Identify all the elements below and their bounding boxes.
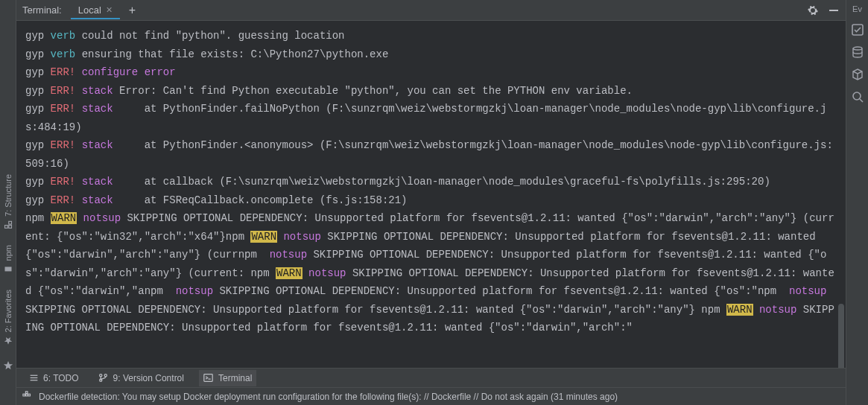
terminal-text: could not find "python". guessing locati… [82, 30, 345, 42]
svg-marker-4 [4, 337, 12, 345]
tabbar-actions [807, 4, 840, 16]
terminal-text: stack [82, 85, 119, 97]
terminal-text: ERR! [51, 194, 82, 206]
terminal-text: gyp [25, 139, 51, 151]
terminal-text: stack [82, 176, 119, 188]
branch-icon [98, 373, 109, 383]
terminal-text: gyp [25, 103, 51, 115]
svg-rect-15 [25, 394, 28, 396]
scrollbar-thumb[interactable] [838, 304, 844, 368]
npm-icon [3, 264, 13, 275]
svg-rect-16 [25, 392, 28, 394]
tab-label: Local [78, 4, 101, 16]
gutter-item-npm[interactable]: npm [1, 240, 15, 278]
terminal-tabbar: Terminal: Local ✕ + [16, 0, 846, 21]
terminal-text: notsup [176, 285, 220, 297]
gutter-star-bottom[interactable] [1, 356, 15, 375]
structure-icon [3, 220, 13, 230]
main-area: Terminal: Local ✕ + gyp verb could not f… [16, 0, 846, 405]
right-tool-gutter: Ev [846, 0, 868, 405]
gutter-label: npm [4, 245, 13, 261]
terminal-text: stack [82, 139, 119, 151]
terminal-text: at callback (F:\sunzrqm\weiz\webstormgzk… [119, 176, 770, 188]
terminal-icon [203, 373, 214, 383]
gear-icon[interactable] [807, 4, 819, 16]
close-icon[interactable]: ✕ [106, 5, 113, 15]
terminal-text: notsup [277, 231, 327, 243]
terminal-text: npm [25, 212, 51, 224]
terminal-text: verb [51, 30, 82, 42]
gutter-label: 7: Structure [4, 174, 13, 217]
status-bar: Dockerfile detection: You may setup Dock… [16, 387, 846, 405]
toolwindow-title: Terminal: [22, 4, 62, 16]
add-tab-button[interactable]: + [123, 2, 142, 19]
bottom-tool-tabs: 6: TODO 9: Version Control Terminal [16, 368, 846, 387]
svg-rect-14 [23, 394, 25, 396]
tab-label: 6: TODO [43, 373, 79, 383]
svg-rect-0 [8, 226, 11, 229]
terminal-text: at FSReqCallback.oncomplete (fs.js:158:2… [119, 194, 407, 206]
terminal-text: ensuring that file exists: C:\Python27\p… [82, 48, 389, 60]
svg-point-19 [853, 47, 862, 50]
terminal-output[interactable]: gyp verb could not find "python". guessi… [16, 21, 846, 368]
tab-terminal[interactable]: Terminal [199, 370, 256, 386]
tab-label: 9: Version Control [113, 373, 184, 383]
tab-todo[interactable]: 6: TODO [24, 370, 83, 386]
svg-rect-3 [4, 267, 11, 272]
tab-local[interactable]: Local ✕ [71, 1, 120, 19]
gutter-item-structure[interactable]: 7: Structure [1, 170, 15, 235]
terminal-text: verb [51, 48, 82, 60]
list-icon [28, 373, 39, 383]
terminal-text: ERR! [51, 85, 82, 97]
db-icon[interactable] [852, 46, 864, 58]
terminal-text: notsup [77, 212, 127, 224]
terminal-text: WARN [276, 267, 302, 279]
svg-rect-17 [28, 394, 31, 396]
status-message[interactable]: Dockerfile detection: You may setup Dock… [39, 392, 618, 402]
cube-icon[interactable] [852, 68, 864, 80]
terminal-text: notsup [789, 285, 833, 297]
terminal-text: gyp [25, 30, 51, 42]
terminal-text: notsup [270, 249, 314, 261]
terminal-text: at PythonFinder.failNoPython (F:\sunzrqm… [25, 103, 826, 133]
search-icon[interactable] [852, 91, 864, 103]
terminal-text: configure error [82, 66, 176, 78]
minimize-icon[interactable] [828, 4, 840, 16]
svg-point-10 [100, 374, 102, 377]
svg-point-20 [853, 92, 861, 100]
svg-rect-2 [8, 222, 11, 225]
svg-line-21 [860, 99, 863, 102]
terminal-text: gyp [25, 48, 51, 60]
terminal-text: ERR! [51, 176, 82, 188]
scrollbar-track[interactable] [838, 21, 844, 368]
left-tool-gutter: 7: Structure npm 2: Favorites [0, 0, 16, 405]
terminal-text: ERR! [51, 66, 82, 78]
ev-label[interactable]: Ev [852, 4, 862, 13]
svg-marker-5 [3, 361, 12, 369]
terminal-text: gyp [25, 194, 51, 206]
terminal-text: notsup [753, 304, 803, 316]
terminal-text: gyp [25, 85, 51, 97]
tab-version-control[interactable]: 9: Version Control [94, 370, 189, 386]
terminal-text: WARN [250, 231, 277, 243]
tab-label: Terminal [218, 373, 252, 383]
star-icon [3, 335, 13, 345]
terminal-text: SKIPPING OPTIONAL DEPENDENCY: Unsupporte… [219, 285, 789, 297]
terminal-text: SKIPPING OPTIONAL DEPENDENCY: Unsupporte… [25, 304, 726, 316]
terminal-text: WARN [51, 212, 77, 224]
svg-rect-1 [4, 226, 7, 229]
terminal-text: notsup [302, 267, 352, 279]
terminal-text: ERR! [51, 139, 82, 151]
gutter-item-favorites[interactable]: 2: Favorites [1, 285, 15, 350]
terminal-text: WARN [726, 304, 753, 316]
terminal-text: gyp [25, 176, 51, 188]
terminal-text: Error: Can't find Python executable "pyt… [119, 85, 633, 97]
terminal-text: stack [82, 194, 119, 206]
terminal-text: at PythonFinder.<anonymous> (F:\sunzrqm\… [25, 139, 833, 170]
svg-point-12 [104, 374, 107, 377]
gutter-label: 2: Favorites [4, 290, 13, 332]
docker-icon [22, 390, 33, 403]
check-icon[interactable] [852, 24, 864, 36]
terminal-text: stack [82, 103, 119, 115]
terminal-text: gyp [25, 66, 51, 78]
